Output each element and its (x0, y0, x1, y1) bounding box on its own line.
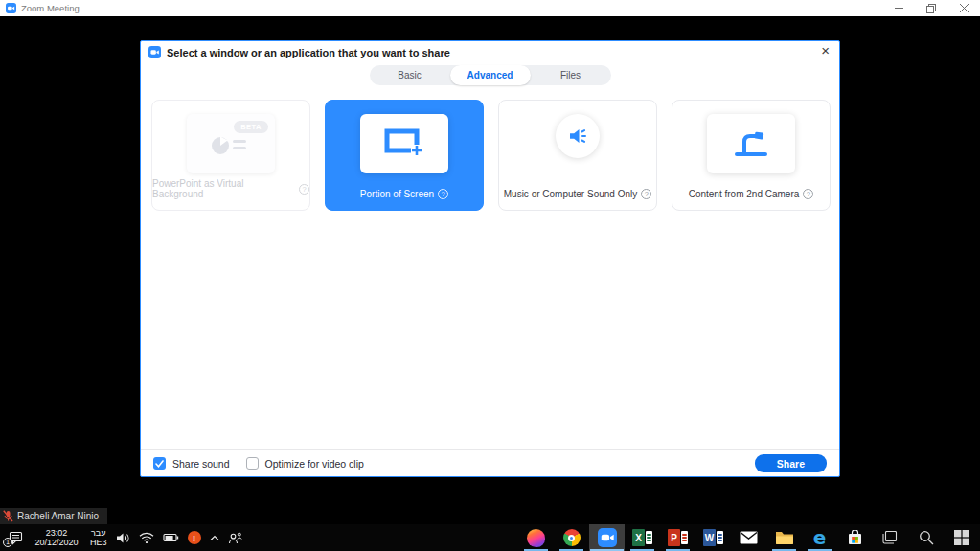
excel-icon: X (632, 529, 652, 546)
battery-button[interactable] (163, 533, 179, 542)
word-icon: W (703, 529, 723, 546)
volume-button[interactable] (116, 532, 130, 544)
people-button[interactable] (228, 532, 242, 544)
tray-date: 20/12/2020 (34, 538, 78, 547)
people-icon (228, 532, 242, 544)
close-button[interactable] (947, 0, 980, 16)
taskbar-search[interactable] (908, 524, 944, 551)
help-icon[interactable]: ? (803, 189, 813, 199)
show-hidden-icons-button[interactable] (210, 535, 219, 541)
microsoft-store-icon (847, 530, 863, 546)
taskbar-app-edge[interactable]: e (802, 524, 837, 551)
share-options: BETA PowerPoint as Virtual Background ? (151, 100, 831, 211)
chevron-up-icon (210, 535, 219, 541)
chrome-icon (563, 529, 581, 546)
share-tabs: Basic Advanced Files (370, 65, 611, 85)
taskbar-app-mail[interactable] (731, 524, 766, 551)
taskbar-app-powerpoint[interactable]: P (660, 524, 695, 551)
minimize-button[interactable] (882, 0, 915, 16)
help-icon[interactable]: ? (641, 189, 651, 199)
mic-muted-icon (3, 510, 13, 522)
checkmark-icon (155, 460, 164, 468)
language-indicator[interactable]: עבר HE3 (90, 528, 107, 548)
taskbar-app-chrome[interactable] (554, 524, 589, 551)
tray-time: 23:02 (46, 528, 68, 538)
window-titlebar: Zoom Meeting (0, 0, 980, 16)
participant-nameplate: Racheli Amar Ninio (0, 508, 107, 524)
card-portion-of-screen[interactable]: Portion of Screen ? (325, 100, 484, 211)
task-view-icon (881, 531, 900, 544)
battery-icon (163, 533, 179, 542)
tray-clock[interactable]: 23:02 20/12/2020 (32, 528, 81, 548)
dialog-close-button[interactable]: × (821, 42, 830, 58)
participant-name: Racheli Amar Ninio (17, 511, 99, 521)
taskbar-app-word[interactable]: W (695, 524, 731, 551)
taskbar-app-file-explorer[interactable] (766, 524, 802, 551)
beta-badge: BETA (234, 121, 268, 133)
second-camera-icon (707, 114, 795, 173)
share-sound-checkbox[interactable] (153, 457, 166, 470)
wifi-button[interactable] (139, 532, 154, 543)
taskbar: 1 23:02 20/12/2020 עבר HE3 (0, 524, 980, 551)
help-icon[interactable]: ? (299, 184, 309, 195)
windows-start-icon (954, 530, 969, 545)
taskbar-task-view[interactable] (873, 524, 908, 551)
restore-icon (926, 4, 936, 13)
desktop-screen: Zoom Meeting (0, 0, 980, 551)
computer-sound-icon (556, 114, 600, 158)
language-code: HE3 (90, 538, 107, 547)
card-computer-sound-only[interactable]: Music or Computer Sound Only ? (498, 100, 657, 211)
taskbar-apps: X P W (518, 524, 979, 551)
file-explorer-icon (775, 530, 794, 545)
dialog-title: Select a window or an application that y… (167, 47, 450, 58)
card-label: Music or Computer Sound Only ? (499, 189, 656, 199)
tab-advanced[interactable]: Advanced (450, 65, 531, 85)
language-name: עבר (91, 528, 105, 538)
share-dialog: Select a window or an application that y… (140, 40, 840, 477)
volume-icon (116, 532, 130, 544)
taskbar-app-excel[interactable]: X (625, 524, 660, 551)
wifi-icon (139, 532, 154, 543)
dialog-footer: Share sound Optimize for video clip Shar… (141, 449, 839, 476)
card-content-2nd-camera[interactable]: Content from 2nd Camera ? (672, 100, 831, 211)
mail-icon (740, 531, 758, 544)
taskbar-app-firefox[interactable] (518, 524, 554, 551)
tab-files[interactable]: Files (531, 65, 611, 85)
close-icon (960, 4, 969, 12)
window-title: Zoom Meeting (21, 3, 80, 13)
share-sound-label[interactable]: Share sound (172, 458, 230, 470)
notification-badge: 1 (3, 538, 12, 547)
window-controls (882, 0, 980, 16)
card-label: Content from 2nd Camera ? (672, 189, 830, 199)
portion-of-screen-icon (360, 114, 448, 173)
taskbar-app-zoom[interactable] (589, 524, 625, 551)
zoom-app-icon (148, 46, 161, 58)
card-ppt-virtual-background[interactable]: BETA PowerPoint as Virtual Background ? (151, 100, 310, 211)
restore-button[interactable] (915, 0, 947, 16)
optimize-video-checkbox[interactable] (246, 457, 259, 470)
share-button[interactable]: Share (755, 454, 827, 472)
taskbar-app-microsoft-store[interactable] (837, 524, 873, 551)
edge-icon: e (813, 528, 827, 547)
tab-basic[interactable]: Basic (370, 65, 450, 85)
help-icon[interactable]: ? (438, 189, 448, 199)
share-dialog-header: Select a window or an application that y… (148, 46, 450, 58)
minimize-icon (895, 4, 903, 12)
optimize-video-label[interactable]: Optimize for video clip (265, 458, 364, 470)
zoom-app-icon (6, 3, 16, 13)
powerpoint-icon: P (668, 529, 688, 546)
search-icon (919, 530, 934, 545)
zoom-icon (598, 528, 617, 547)
alert-notification-icon[interactable]: ! (188, 531, 201, 544)
start-button[interactable] (944, 524, 979, 551)
system-tray: 1 23:02 20/12/2020 עבר HE3 (7, 524, 242, 551)
card-label: PowerPoint as Virtual Background ? (152, 178, 309, 199)
action-center-button[interactable]: 1 (7, 531, 23, 545)
ppt-virtual-background-icon: BETA (187, 114, 275, 173)
firefox-icon (527, 529, 545, 547)
card-label: Portion of Screen ? (326, 189, 483, 199)
